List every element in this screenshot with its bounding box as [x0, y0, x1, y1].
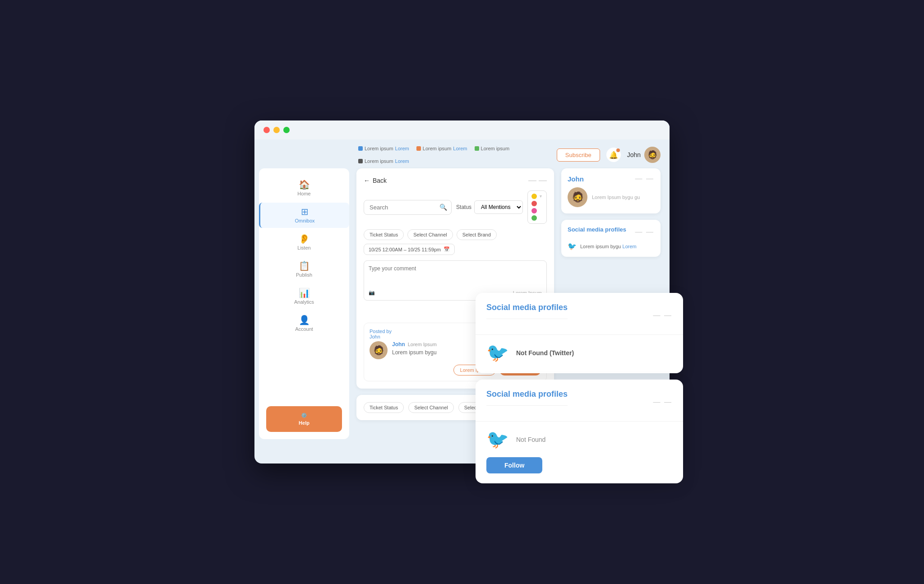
post-user-line: John Lorem Ipsum — [392, 341, 437, 348]
color-dot-red — [531, 201, 537, 206]
social-card-sm-menu[interactable]: — — — [635, 228, 654, 236]
floating-card-2-content: 🐦 Not Found — [486, 429, 672, 450]
floating-card-2: Social media profiles — — 🐦 Not Found Fo… — [476, 380, 683, 483]
color-dot-green — [531, 215, 537, 221]
help-icon: ⚙️ — [301, 413, 307, 418]
breadcrumb-dot-3 — [475, 146, 479, 151]
profile-card: John — — 🧔 Lorem Ipsum bygu gu — [561, 168, 661, 213]
sidebar-item-analytics[interactable]: 📊 Analytics — [259, 284, 349, 309]
profile-description: Lorem Ipsum bygu gu — [592, 195, 640, 200]
floating-card-2-header: Social media profiles — — — [486, 389, 672, 415]
sidebar-item-label-account: Account — [295, 326, 313, 332]
breadcrumb-item-2: Lorem ipsum Lorem — [416, 146, 467, 151]
listen-icon: 👂 — [299, 234, 310, 243]
sidebar-item-account[interactable]: 👤 Account — [259, 311, 349, 336]
search-input[interactable] — [364, 200, 452, 215]
avatar: 🧔 — [644, 147, 661, 163]
color-picker-arrow: ▼ — [539, 194, 543, 199]
breadcrumb-link-2[interactable]: Lorem — [453, 146, 467, 151]
breadcrumb-dot-1 — [358, 146, 363, 151]
profile-card-menu[interactable]: — — — [635, 175, 654, 183]
floating-card-1-menu[interactable]: — — — [653, 311, 672, 320]
profile-name: John — [568, 175, 584, 183]
date-range-filter[interactable]: 10/25 12:00AM – 10/25 11:59pm 📅 — [364, 244, 455, 255]
post-body: John Lorem Ipsum Lorem ipsum bygu — [392, 341, 437, 356]
sidebar-item-omnibox[interactable]: ⊞ Omnibox — [259, 203, 349, 228]
post-handle: Lorem Ipsum — [408, 342, 437, 347]
color-dot-yellow — [531, 194, 537, 199]
account-icon: 👤 — [299, 315, 310, 324]
search-status-row: 🔍 Status All Mentions — [364, 190, 547, 224]
minimize-button[interactable] — [273, 127, 280, 133]
help-button[interactable]: ⚙️ Help — [266, 406, 342, 432]
filter-row: Ticket Status Select Channel Select Bran… — [364, 229, 547, 255]
social-item-twitter: 🐦 Lorem ipsum bygu Lorem — [568, 242, 654, 250]
notification-icon[interactable]: 🔔 — [606, 148, 621, 162]
breadcrumb-text-4: Lorem ipsum — [365, 158, 393, 164]
breadcrumb-dot-4 — [358, 159, 363, 163]
floating-card-1: Social media profiles — — 🐦 Not Found (T… — [476, 293, 683, 373]
sidebar-item-label-analytics: Analytics — [294, 299, 314, 305]
breadcrumb-item-1: Lorem ipsum Lorem — [358, 146, 409, 151]
breadcrumb-link-1[interactable]: Lorem — [395, 146, 409, 151]
comment-textarea[interactable] — [369, 265, 542, 288]
breadcrumb: Lorem ipsum Lorem Lorem ipsum Lorem Lore… — [358, 146, 557, 164]
maximize-button[interactable] — [283, 127, 290, 133]
floating-cards-container: Social media profiles — — 🐦 Not Found (T… — [476, 293, 683, 483]
breadcrumb-link-4[interactable]: Lorem — [395, 158, 409, 164]
twitter-icon-lg-1: 🐦 — [486, 342, 509, 363]
profile-avatar: 🧔 — [568, 187, 587, 207]
bottom-ticket-status[interactable]: Ticket Status — [364, 402, 404, 413]
follow-button[interactable]: Follow — [486, 457, 542, 473]
sidebar-item-label-listen: Listen — [297, 245, 310, 250]
search-icon: 🔍 — [439, 204, 447, 211]
twitter-icon-sm: 🐦 — [568, 242, 577, 250]
date-range-text: 10/25 12:00AM – 10/25 11:59pm — [369, 247, 441, 252]
floating-card-1-header: Social media profiles — — — [486, 303, 672, 328]
status-label: Status — [456, 204, 471, 210]
social-item-text: Lorem ipsum bygu Lorem — [580, 244, 637, 249]
status-select[interactable]: All Mentions — [474, 200, 523, 214]
back-button[interactable]: ← Back — [364, 177, 387, 184]
sidebar-item-label-home: Home — [297, 191, 310, 196]
breadcrumb-item-4: Lorem ipsum Lorem — [358, 158, 409, 164]
floating-card-1-title: Social media profiles — [486, 303, 568, 319]
floating-card-1-divider — [476, 334, 683, 335]
breadcrumb-text-2: Lorem ipsum — [423, 146, 452, 151]
breadcrumb-text-3: Lorem ipsum — [481, 146, 510, 151]
analytics-icon: 📊 — [299, 288, 310, 297]
select-channel-filter[interactable]: Select Channel — [407, 229, 453, 240]
social-item-link[interactable]: Lorem — [623, 244, 637, 249]
floating-card-2-title: Social media profiles — [486, 389, 568, 406]
close-button[interactable] — [263, 127, 270, 133]
card-menu-icon[interactable]: — — — [528, 176, 547, 185]
sidebar-item-home[interactable]: 🏠 Home — [259, 176, 349, 201]
breadcrumb-text-1: Lorem ipsum — [365, 146, 393, 151]
bottom-select-channel[interactable]: Select Channel — [408, 402, 454, 413]
omnibox-card-header: ← Back — — — [364, 176, 547, 185]
status-group: Status All Mentions — [456, 200, 523, 214]
user-name: John — [627, 151, 641, 158]
color-picker-widget[interactable]: ▼ — [527, 190, 547, 224]
social-card-small: Social media profiles — — 🐦 Lorem ipsum … — [561, 220, 661, 257]
profile-card-header: John — — — [568, 175, 654, 183]
top-header: Lorem ipsum Lorem Lorem ipsum Lorem Lore… — [254, 139, 670, 168]
subscribe-button[interactable]: Subscribe — [557, 148, 600, 162]
calendar-icon: 📅 — [444, 246, 450, 252]
user-info: John 🧔 — [627, 147, 661, 163]
omnibox-icon: ⊞ — [301, 207, 309, 216]
sidebar-item-label-omnibox: Omnibox — [295, 218, 314, 223]
not-found-info-2: Not Found — [516, 436, 545, 443]
floating-card-2-menu[interactable]: — — — [653, 398, 672, 406]
help-label: Help — [299, 420, 310, 426]
sidebar: 🏠 Home ⊞ Omnibox 👂 Listen 📋 Publish 📊 — [259, 168, 349, 439]
select-brand-filter[interactable]: Select Brand — [457, 229, 497, 240]
sidebar-item-listen[interactable]: 👂 Listen — [259, 230, 349, 255]
breadcrumb-item-3: Lorem ipsum — [475, 146, 510, 151]
color-dot-pink — [531, 208, 537, 213]
ticket-status-filter[interactable]: Ticket Status — [364, 229, 404, 240]
floating-card-2-divider — [476, 421, 683, 422]
sidebar-item-publish[interactable]: 📋 Publish — [259, 257, 349, 282]
search-wrapper: 🔍 — [364, 200, 452, 215]
post-username: John — [392, 341, 405, 348]
